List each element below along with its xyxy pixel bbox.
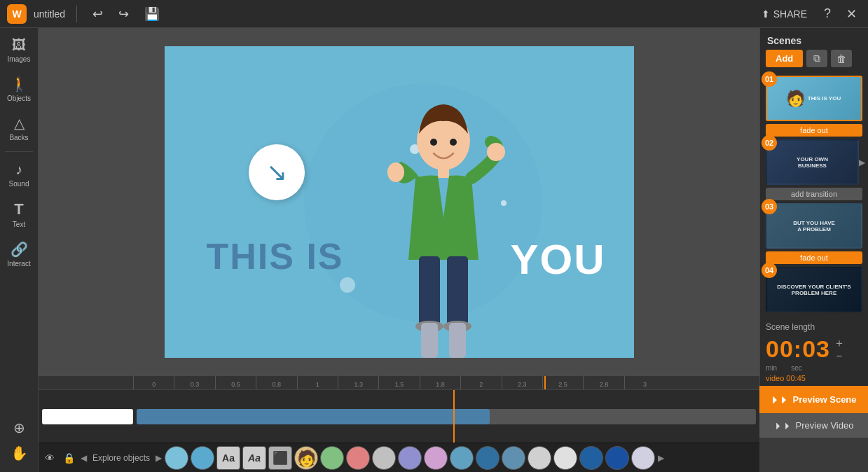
redo-button[interactable]: ↪: [114, 4, 133, 25]
right-column: Scenes Add ⧉ 🗑 01 🧑 THIS IS YOU fade out: [759, 28, 868, 472]
images-icon: 🖼: [12, 37, 26, 53]
scene-thumb-1: 🧑 THIS IS YOU: [766, 76, 862, 121]
scene-item-2[interactable]: 02 YOUR OWNBUSINESS: [766, 139, 859, 185]
obj-item-1[interactable]: [165, 446, 188, 470]
obj-item-7[interactable]: [346, 446, 370, 470]
sidebar-item-text[interactable]: T Text: [1, 195, 36, 234]
scene-transition-2[interactable]: add transition: [766, 188, 862, 200]
obj-item-6[interactable]: [320, 446, 344, 470]
obj-item-10[interactable]: [424, 446, 448, 470]
scene-item-1[interactable]: 01 🧑 THIS IS YOU: [766, 76, 862, 121]
help-button[interactable]: ?: [820, 4, 835, 24]
sidebar-divider: [5, 151, 33, 152]
obj-item-12[interactable]: [476, 446, 500, 470]
main-area: 🖼 Images 🚶 Objects △ Backs ♪ Sound T Tex…: [0, 28, 868, 472]
scene-thumb-content-2: YOUR OWNBUSINESS: [767, 141, 857, 183]
canvas-wrapper[interactable]: ↘ THIS IS YOU: [39, 28, 759, 376]
scene-item-3[interactable]: 03 BUT YOU HAVEA PROBLEM: [766, 203, 862, 249]
obj-item-13[interactable]: [502, 446, 525, 470]
obj-item-2[interactable]: [191, 446, 214, 470]
scene-thumb-content-3: BUT YOU HAVEA PROBLEM: [767, 204, 861, 247]
objects-arrow-right[interactable]: ▶: [156, 453, 162, 463]
obj-item-9[interactable]: [398, 446, 422, 470]
sidebar-item-backs[interactable]: △ Backs: [1, 109, 36, 147]
scene-thumb-content-4: DISCOVER YOUR CLIENT'S PROBLEM HERE: [767, 268, 861, 311]
add-scene-button[interactable]: Add: [766, 50, 803, 67]
svg-rect-6: [419, 256, 440, 326]
timeline-playhead-track: [453, 390, 455, 443]
sidebar-item-images[interactable]: 🖼 Images: [1, 32, 36, 69]
total-value: 00:45: [786, 374, 806, 382]
scene-item-4[interactable]: 04 DISCOVER YOUR CLIENT'S PROBLEM HERE: [766, 267, 862, 312]
delete-scene-button[interactable]: 🗑: [831, 50, 852, 67]
share-button[interactable]: ⬆ SHARE: [756, 6, 813, 22]
objects-arrow-left[interactable]: ◀: [81, 453, 87, 463]
scene-length-controls: ＋ －: [834, 338, 845, 361]
timeline-playhead[interactable]: [544, 376, 546, 389]
svg-rect-7: [447, 256, 468, 326]
obj-item-shape[interactable]: ⬛: [268, 446, 292, 470]
scenes-arrow-right[interactable]: ▶: [859, 158, 868, 167]
sidebar-item-label: Backs: [9, 134, 28, 141]
preview-scene-label: Preview Scene: [792, 394, 856, 405]
obj-item-text1[interactable]: Aa: [216, 446, 240, 470]
svg-rect-11: [449, 323, 466, 358]
obj-item-16[interactable]: [579, 446, 603, 470]
duplicate-scene-button[interactable]: ⧉: [806, 50, 827, 67]
text-icon: T: [14, 200, 23, 218]
scene-length-decrease[interactable]: －: [834, 350, 845, 361]
scene-transition-3[interactable]: fade out: [766, 251, 862, 264]
ruler-mark: 1.8: [420, 376, 460, 389]
scene-length-section: Scene length 00:03 ＋ － min sec video: [760, 315, 868, 386]
scene-length-increase[interactable]: ＋: [834, 338, 845, 349]
zoom-in-button[interactable]: ⊕: [7, 416, 31, 440]
timeline-tracks[interactable]: [39, 390, 759, 443]
timeline-track-bar[interactable]: [137, 409, 756, 424]
close-button[interactable]: ✕: [842, 4, 861, 25]
canvas-text-right: YOU: [510, 235, 605, 284]
undo-button[interactable]: ↩: [88, 4, 107, 25]
preview-video-button[interactable]: ⏵⏵ Preview Video: [759, 413, 868, 438]
grab-tool-button[interactable]: ✋: [7, 441, 31, 465]
ruler-mark: 2.8: [583, 376, 624, 389]
explore-objects-label: Explore objects: [90, 453, 153, 463]
svg-rect-10: [421, 323, 438, 358]
svg-rect-3: [438, 167, 449, 178]
obj-item-text2[interactable]: Aa: [242, 446, 266, 470]
preview-scene-button[interactable]: ⏵⏵ Preview Scene: [759, 386, 868, 413]
canvas-text-left: THIS IS: [207, 235, 344, 277]
bottom-bar: 👁 🔒 ◀ Explore objects ▶ Aa Aa ⬛ 🧑: [39, 443, 759, 472]
scene-length-value: 00:03: [766, 335, 830, 363]
scene-length-time: 00:03 ＋ －: [766, 335, 862, 363]
obj-item-8[interactable]: [372, 446, 396, 470]
sound-icon: ♪: [15, 162, 22, 178]
obj-item-15[interactable]: [553, 446, 577, 470]
ruler-mark: 1.5: [378, 376, 419, 389]
sidebar-item-label: Text: [13, 221, 25, 228]
scene-thumb-4: DISCOVER YOUR CLIENT'S PROBLEM HERE: [766, 267, 862, 312]
obj-item-17[interactable]: [605, 446, 629, 470]
obj-item-18[interactable]: [631, 446, 655, 470]
ruler-mark: 2.3: [502, 376, 542, 389]
eye-toggle-button[interactable]: 👁: [42, 450, 57, 466]
sidebar-item-sound[interactable]: ♪ Sound: [1, 156, 36, 193]
right-panel: Scenes Add ⧉ 🗑 01 🧑 THIS IS YOU fade out: [759, 28, 868, 386]
canvas-arrow-button[interactable]: ↘: [249, 144, 305, 200]
obj-item-14[interactable]: [528, 446, 551, 470]
sidebar-item-interact[interactable]: 🔗 Interact: [1, 235, 36, 273]
timeline-thumb: [42, 409, 133, 424]
obj-item-char[interactable]: 🧑: [294, 446, 318, 470]
svg-point-1: [430, 139, 437, 146]
scene-thumb-content-1: 🧑 THIS IS YOU: [767, 77, 861, 120]
share-label: SHARE: [773, 8, 807, 20]
save-button[interactable]: 💾: [140, 4, 164, 25]
lock-button[interactable]: 🔒: [60, 450, 78, 466]
sidebar-item-objects[interactable]: 🚶 Objects: [1, 70, 36, 108]
objects-scroll-right[interactable]: ▶: [658, 453, 664, 463]
interact-icon: 🔗: [11, 241, 28, 258]
dot-5: [340, 277, 355, 293]
canvas[interactable]: ↘ THIS IS YOU: [165, 46, 634, 358]
scene-length-total: video 00:45: [766, 374, 862, 382]
obj-item-11[interactable]: [450, 446, 474, 470]
scene-transition-1[interactable]: fade out: [766, 124, 862, 137]
